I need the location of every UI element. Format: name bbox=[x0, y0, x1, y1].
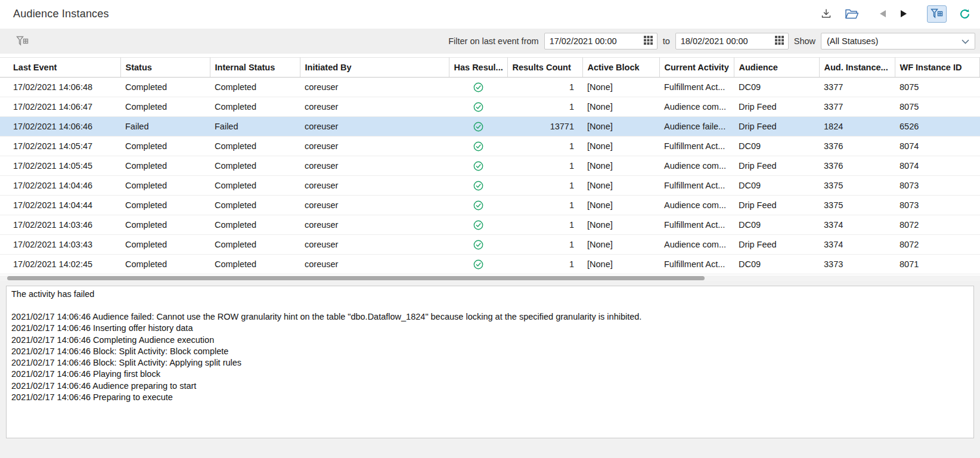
cell-current_activity: Audience com... bbox=[659, 235, 734, 255]
column-header-wf_instance_id[interactable]: WF Instance ID bbox=[895, 58, 980, 78]
cell-aud_instance_id: 1824 bbox=[819, 117, 895, 137]
table-row[interactable]: 17/02/2021 14:04:46CompletedCompletedcor… bbox=[0, 176, 980, 196]
cell-aud_instance_id: 3377 bbox=[819, 97, 895, 117]
column-header-results_count[interactable]: Results Count bbox=[507, 58, 582, 78]
column-header-current_activity[interactable]: Current Activity bbox=[659, 58, 734, 78]
cell-internal_status: Completed bbox=[210, 215, 300, 235]
cell-last_event: 17/02/2021 14:06:48 bbox=[0, 78, 120, 97]
cell-internal_status: Completed bbox=[210, 78, 300, 97]
cell-aud_instance_id: 3374 bbox=[819, 235, 895, 255]
filter-to-label: to bbox=[663, 36, 670, 46]
filter-from-label: Filter on last event from bbox=[448, 36, 539, 46]
table-row[interactable]: 17/02/2021 14:06:47CompletedCompletedcor… bbox=[0, 97, 980, 117]
cell-current_activity: Audience faile... bbox=[659, 117, 734, 137]
play-button[interactable] bbox=[899, 8, 908, 19]
cell-aud_instance_id: 3373 bbox=[819, 255, 895, 274]
column-header-last_event[interactable]: Last Event bbox=[0, 58, 120, 78]
cell-status: Completed bbox=[120, 97, 210, 117]
show-label: Show bbox=[794, 36, 815, 46]
check-circle-icon bbox=[473, 101, 483, 111]
log-line: 2021/02/17 14:06:46 Inserting offer hist… bbox=[11, 323, 969, 334]
cell-internal_status: Completed bbox=[210, 196, 300, 215]
date-from-input[interactable]: 17/02/2021 00:00 bbox=[544, 33, 658, 49]
cell-results_count: 1 bbox=[507, 235, 582, 255]
titlebar-actions bbox=[820, 5, 972, 23]
cell-last_event: 17/02/2021 14:03:43 bbox=[0, 235, 120, 255]
log-line: 2021/02/17 14:06:46 Audience preparing t… bbox=[11, 380, 969, 392]
calendar-icon[interactable] bbox=[644, 36, 653, 47]
cell-has_results bbox=[449, 196, 507, 215]
cell-audience: Drip Feed bbox=[734, 156, 819, 176]
table-row[interactable]: 17/02/2021 14:03:46CompletedCompletedcor… bbox=[0, 215, 980, 235]
cell-internal_status: Failed bbox=[210, 117, 300, 137]
log-line: 2021/02/17 14:06:46 Block: Split Activit… bbox=[11, 346, 969, 357]
table-row[interactable]: 17/02/2021 14:03:43CompletedCompletedcor… bbox=[0, 235, 980, 255]
audience-instances-window: Audience Instances bbox=[0, 0, 980, 458]
open-folder-icon bbox=[845, 9, 858, 19]
log-line: 2021/02/17 14:06:46 Playing first block bbox=[11, 369, 969, 380]
status-filter-select[interactable]: (All Statuses) bbox=[821, 33, 975, 49]
cell-initiated_by: coreuser bbox=[300, 255, 449, 274]
cell-has_results bbox=[449, 235, 507, 255]
open-folder-button[interactable] bbox=[844, 8, 860, 20]
cell-wf_instance_id: 8072 bbox=[895, 235, 980, 255]
check-circle-icon bbox=[473, 239, 483, 249]
table-row[interactable]: 17/02/2021 14:06:46FailedFailedcoreuser1… bbox=[0, 117, 980, 137]
cell-has_results bbox=[449, 117, 507, 137]
cell-last_event: 17/02/2021 14:04:44 bbox=[0, 196, 120, 215]
cell-wf_instance_id: 8075 bbox=[895, 78, 980, 97]
cell-initiated_by: coreuser bbox=[300, 78, 449, 97]
column-header-aud_instance_id[interactable]: Aud. Instance... bbox=[819, 58, 895, 78]
column-header-audience[interactable]: Audience bbox=[734, 58, 819, 78]
refresh-button[interactable] bbox=[958, 7, 972, 21]
column-header-initiated_by[interactable]: Initiated By bbox=[300, 58, 449, 78]
filter-toggle-button[interactable] bbox=[927, 5, 947, 23]
cell-last_event: 17/02/2021 14:04:46 bbox=[0, 176, 120, 196]
table-row[interactable]: 17/02/2021 14:02:45CompletedCompletedcor… bbox=[0, 255, 980, 274]
check-circle-icon bbox=[473, 180, 483, 190]
cell-has_results bbox=[449, 78, 507, 97]
cell-active_block: [None] bbox=[582, 215, 659, 235]
step-back-button[interactable] bbox=[878, 8, 888, 19]
status-filter-value: (All Statuses) bbox=[827, 36, 878, 46]
cell-current_activity: Fulfillment Act... bbox=[659, 255, 734, 274]
date-to-input[interactable]: 18/02/2021 00:00 bbox=[675, 33, 789, 49]
cell-has_results bbox=[449, 137, 507, 156]
horizontal-scrollbar[interactable] bbox=[0, 276, 980, 281]
cell-audience: Drip Feed bbox=[734, 196, 819, 215]
cell-status: Failed bbox=[120, 117, 210, 137]
cell-last_event: 17/02/2021 14:06:46 bbox=[0, 117, 120, 137]
filter-table-icon bbox=[931, 8, 943, 20]
cell-last_event: 17/02/2021 14:06:47 bbox=[0, 97, 120, 117]
cell-audience: DC09 bbox=[734, 78, 819, 97]
cell-audience: DC09 bbox=[734, 255, 819, 274]
cell-internal_status: Completed bbox=[210, 156, 300, 176]
download-icon bbox=[821, 8, 832, 19]
table-row[interactable]: 17/02/2021 14:05:47CompletedCompletedcor… bbox=[0, 137, 980, 156]
chevron-down-icon bbox=[962, 36, 969, 47]
scrollbar-thumb[interactable] bbox=[7, 276, 705, 280]
download-button[interactable] bbox=[820, 7, 833, 20]
table-row[interactable]: 17/02/2021 14:05:45CompletedCompletedcor… bbox=[0, 156, 980, 176]
cell-audience: Drip Feed bbox=[734, 117, 819, 137]
cell-active_block: [None] bbox=[582, 97, 659, 117]
table-row[interactable]: 17/02/2021 14:04:44CompletedCompletedcor… bbox=[0, 196, 980, 215]
cell-initiated_by: coreuser bbox=[300, 235, 449, 255]
calendar-icon[interactable] bbox=[775, 36, 784, 47]
cell-results_count: 1 bbox=[507, 196, 582, 215]
cell-wf_instance_id: 8075 bbox=[895, 97, 980, 117]
date-to-value: 18/02/2021 00:00 bbox=[681, 36, 748, 46]
grid-filter-button[interactable] bbox=[15, 35, 30, 48]
cell-has_results bbox=[449, 176, 507, 196]
cell-status: Completed bbox=[120, 255, 210, 274]
column-header-active_block[interactable]: Active Block bbox=[582, 58, 659, 78]
column-header-has_results[interactable]: Has Resul... bbox=[449, 58, 507, 78]
cell-results_count: 1 bbox=[507, 78, 582, 97]
filter-table-icon bbox=[16, 36, 29, 47]
column-header-internal_status[interactable]: Internal Status bbox=[210, 58, 300, 78]
refresh-icon bbox=[959, 8, 970, 20]
cell-results_count: 1 bbox=[507, 255, 582, 274]
column-header-status[interactable]: Status bbox=[120, 58, 210, 78]
table-row[interactable]: 17/02/2021 14:06:48CompletedCompletedcor… bbox=[0, 78, 980, 97]
cell-internal_status: Completed bbox=[210, 137, 300, 156]
